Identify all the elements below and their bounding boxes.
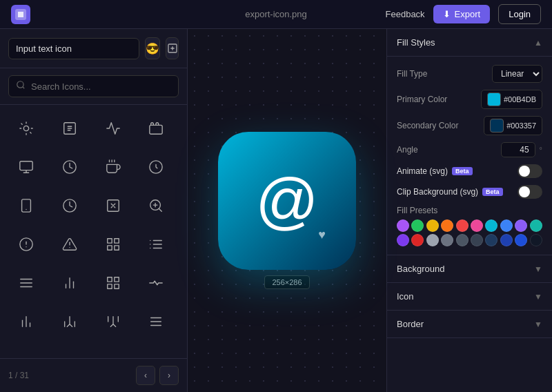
preset-dot-4[interactable] [456,219,469,232]
feedback-link[interactable]: Feedback [386,9,425,19]
preset-dot-3[interactable] [441,219,453,232]
export-button[interactable]: ⬇ Export [433,5,491,23]
list-item[interactable] [95,265,131,301]
list-item[interactable] [138,304,174,340]
icon-section: Icon ▼ [387,283,552,311]
icon-preview-box: ♥ @ [218,132,356,270]
preset-dot-14[interactable] [456,234,469,246]
upload-button[interactable] [166,37,179,59]
list-item[interactable] [138,188,174,224]
list-item[interactable] [138,110,174,146]
fill-styles-body: Fill Type Linear Radial Solid Primary Co… [387,57,552,255]
svg-rect-22 [107,239,111,243]
svg-point-3 [23,126,28,130]
icon-header[interactable]: Icon ▼ [387,283,552,310]
icon-name-input[interactable] [8,38,139,59]
list-item[interactable] [138,265,174,301]
angle-row: Angle ° [397,142,542,157]
emoji-picker-button[interactable]: 😎 [145,37,160,59]
export-icon: ⬇ [443,9,451,19]
file-title: export-icon.png [245,9,307,19]
angle-input[interactable] [501,142,535,157]
preset-dot-18[interactable] [515,234,527,246]
fill-styles-header[interactable]: Fill Styles ▲ [387,29,552,57]
list-item[interactable] [95,188,131,224]
search-bar [0,68,187,105]
list-item[interactable] [95,149,131,185]
header-actions: Feedback ⬇ Export Login [386,4,541,24]
preset-dot-5[interactable] [471,219,483,232]
chevron-down-icon: ▼ [534,264,542,274]
chevron-up-icon: ▲ [534,38,542,48]
secondary-color-value[interactable]: #003357 [484,116,542,135]
preset-dot-13[interactable] [441,234,453,246]
preset-dot-0[interactable] [397,219,409,232]
prev-page-button[interactable]: ‹ [136,366,155,385]
primary-color-value[interactable]: #00B4DB [481,90,542,109]
list-item[interactable] [8,149,44,185]
animate-label-group: Animate (svg) Beta [397,166,473,176]
sidebar-top: 😎 [0,29,187,68]
preset-dot-12[interactable] [426,234,439,246]
animate-beta-badge: Beta [452,167,473,175]
preset-dot-17[interactable] [500,234,513,246]
list-item[interactable] [8,226,44,262]
preset-dot-6[interactable] [485,219,497,232]
fill-styles-section: Fill Styles ▲ Fill Type Linear Radial So… [387,29,552,255]
border-section: Border ▼ [387,311,552,338]
list-item[interactable] [52,188,88,224]
preset-dot-2[interactable] [426,219,439,232]
background-label: Background [397,264,444,274]
login-button[interactable]: Login [498,4,541,24]
svg-rect-25 [107,246,111,250]
list-item[interactable] [52,110,88,146]
list-item[interactable] [52,149,88,185]
list-item[interactable] [8,188,44,224]
svg-rect-23 [114,239,118,243]
border-header[interactable]: Border ▼ [387,311,552,337]
secondary-color-swatch [490,119,504,133]
preset-dot-16[interactable] [485,234,497,246]
list-item[interactable] [52,304,88,340]
list-item[interactable] [138,226,174,262]
search-input[interactable] [31,81,171,92]
fill-type-row: Fill Type Linear Radial Solid [397,65,542,83]
list-item[interactable] [95,226,131,262]
angle-label: Angle [397,145,418,155]
svg-rect-5 [150,125,162,134]
app-logo [11,5,30,24]
preset-dot-15[interactable] [471,234,483,246]
background-header[interactable]: Background ▼ [387,255,552,282]
preset-dot-7[interactable] [500,219,513,232]
search-icon [16,80,26,92]
heart-icon: ♥ [318,228,326,242]
animate-row: Animate (svg) Beta [397,164,542,178]
clip-row: Clip Background (svg) Beta [397,185,542,199]
preset-dot-9[interactable] [530,219,542,232]
presets-grid [397,219,542,246]
next-page-button[interactable]: › [159,366,179,385]
main-content: 😎 [0,29,552,392]
clip-toggle[interactable] [518,185,542,199]
list-item[interactable] [95,304,131,340]
list-item[interactable] [95,110,131,146]
animate-toggle[interactable] [518,164,542,178]
list-item[interactable] [138,149,174,185]
list-item[interactable] [52,265,88,301]
clip-label-group: Clip Background (svg) Beta [397,187,503,197]
preset-dot-10[interactable] [397,234,409,246]
preset-dot-11[interactable] [411,234,424,246]
preset-dot-1[interactable] [411,219,424,232]
list-item[interactable] [8,304,44,340]
svg-rect-40 [114,284,118,288]
preset-dot-19[interactable] [530,234,542,246]
secondary-color-row: Secondary Color #003357 [397,116,542,135]
list-item[interactable] [8,110,44,146]
list-item[interactable] [8,265,44,301]
secondary-color-hex: #003357 [506,121,536,130]
right-panel: Fill Styles ▲ Fill Type Linear Radial So… [386,29,552,392]
fill-type-select[interactable]: Linear Radial Solid [492,65,542,83]
clip-beta-badge: Beta [482,188,503,196]
list-item[interactable] [52,226,88,262]
preset-dot-8[interactable] [515,219,527,232]
